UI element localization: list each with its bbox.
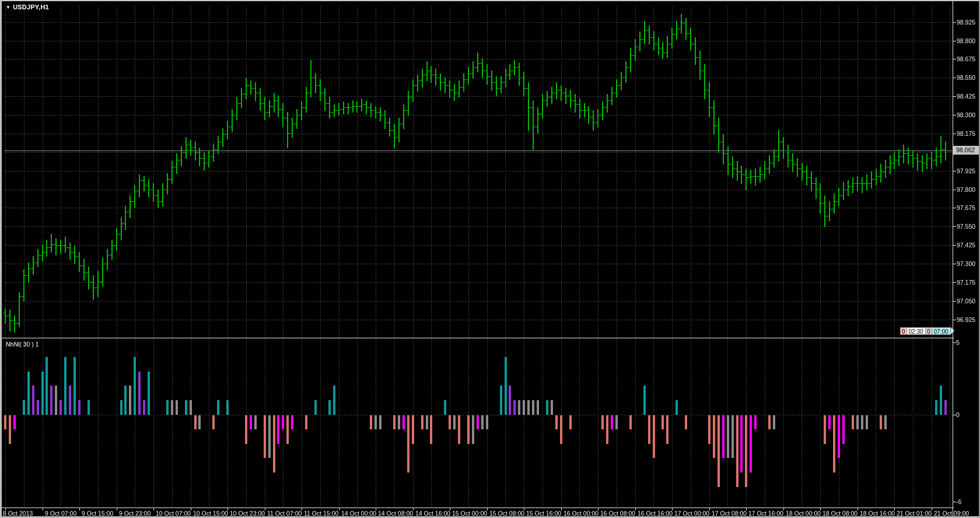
indicator-name-label: NhNl( 30 ) 1 xyxy=(6,341,39,348)
price-axis-label: 98.925 xyxy=(957,19,975,26)
indicator-panel-area[interactable] xyxy=(5,340,953,508)
price-axis-label: 98.800 xyxy=(957,37,975,45)
time-axis-label: 10 Oct 23:00 xyxy=(230,510,265,517)
price-axis-label: 98.300 xyxy=(957,111,975,119)
time-axis-label: 15 Oct 00:00 xyxy=(452,510,487,517)
price-axis-label: 98.175 xyxy=(957,130,975,138)
tag-time: 07:00 xyxy=(932,327,951,335)
main-chart-area[interactable] xyxy=(5,6,953,338)
tag-arrow-icon xyxy=(951,327,954,334)
tag-count: 0 xyxy=(900,327,907,335)
price-axis-label: 96.925 xyxy=(957,316,975,324)
time-axis-label: 11 Oct 07:00 xyxy=(267,510,302,517)
symbol-timeframe-label: ▼USDJPY,H1 xyxy=(6,3,49,12)
time-axis-label: 16 Oct 00:00 xyxy=(564,510,598,517)
time-axis-label: 10 Oct 15:00 xyxy=(193,510,228,517)
time-axis-label: 14 Oct 08:00 xyxy=(378,510,413,517)
time-axis-label: 16 Oct 08:00 xyxy=(600,510,635,517)
time-axis-label: 16 Oct 16:00 xyxy=(638,510,673,517)
time-axis-label: 14 Oct 00:00 xyxy=(341,510,376,517)
time-axis-label: 11 Oct 15:00 xyxy=(304,510,338,517)
time-axis-label: 18 Oct 16:00 xyxy=(860,510,895,517)
price-axis-label: 97.175 xyxy=(957,279,975,286)
chevron-down-icon: ▼ xyxy=(6,5,10,10)
price-axis-label: 97.050 xyxy=(957,298,975,305)
price-axis-label: 97.300 xyxy=(957,260,975,268)
price-axis-label: 98.425 xyxy=(957,93,975,100)
time-axis-label: 9 Oct 15:00 xyxy=(82,510,113,517)
session-marker-tag[interactable]: 007:00 xyxy=(925,327,954,335)
time-axis-label: 8 Oct 2013 xyxy=(3,510,33,517)
time-axis-label: 17 Oct 08:00 xyxy=(712,510,747,517)
current-price-box: 98.062 xyxy=(953,146,980,155)
time-axis-label: 15 Oct 08:00 xyxy=(489,510,524,517)
time-axis-label: 15 Oct 16:00 xyxy=(526,510,561,517)
time-axis-label: 21 Oct 01:00 xyxy=(897,510,932,517)
price-axis-label: 97.550 xyxy=(957,223,975,230)
price-axis-label: 97.675 xyxy=(957,204,975,212)
time-axis-label: 18 Oct 00:00 xyxy=(786,510,821,517)
time-axis-label: 9 Oct 23:00 xyxy=(119,510,150,517)
time-axis-label: 17 Oct 16:00 xyxy=(748,510,783,517)
time-axis-label: 21 Oct 09:00 xyxy=(934,510,969,517)
price-axis-label: 97.425 xyxy=(957,242,975,249)
price-axis-label: 97.800 xyxy=(957,186,975,194)
indicator-axis-label: -6 xyxy=(956,498,961,506)
mt4-chart-window: ▼USDJPY,H1 NhNl( 30 ) 1 98.92598.80098.6… xyxy=(0,0,980,518)
time-axis-label: 17 Oct 00:00 xyxy=(674,510,709,517)
indicator-axis-label: 5 xyxy=(956,339,960,346)
price-axis-label: 98.550 xyxy=(957,74,975,82)
time-axis-label: 18 Oct 08:00 xyxy=(822,510,858,517)
indicator-axis-label: 0 xyxy=(956,411,960,419)
price-axis-label: 97.925 xyxy=(957,167,975,175)
time-axis-label: 9 Oct 07:00 xyxy=(45,510,76,517)
symbol-label-text: USDJPY,H1 xyxy=(13,4,49,10)
price-axis-label: 98.675 xyxy=(957,55,975,63)
time-axis-label: 14 Oct 16:00 xyxy=(415,510,450,517)
tag-time: 02:30 xyxy=(907,327,926,335)
tag-count: 0 xyxy=(925,327,932,335)
time-axis-label: 10 Oct 07:00 xyxy=(156,510,191,517)
